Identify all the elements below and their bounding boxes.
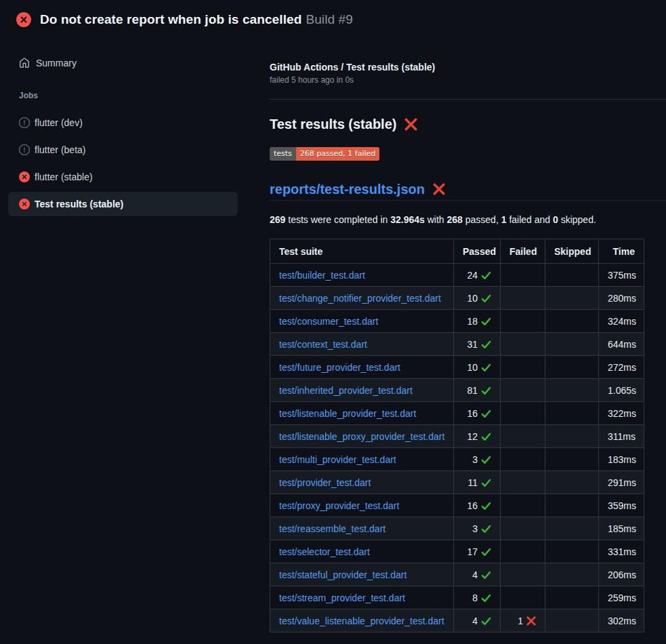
- x-circle-fill-icon: [16, 12, 31, 27]
- check-icon: [478, 270, 491, 281]
- cell-passed: 8: [454, 586, 501, 609]
- table-row: test/provider_test.dart11291ms: [270, 471, 644, 494]
- cell-test-suite: test/provider_test.dart: [270, 471, 454, 494]
- cell-skipped: [545, 609, 599, 632]
- cell-time: 183ms: [599, 448, 644, 471]
- table-row: test/proxy_provider_test.dart16359ms: [270, 494, 644, 517]
- report-heading: reports/test-results.json: [270, 179, 666, 201]
- cell-passed: 10: [454, 287, 501, 310]
- cell-test-suite: test/value_listenable_provider_test.dart: [270, 609, 454, 632]
- test-suite-link[interactable]: test/multi_provider_test.dart: [279, 454, 396, 465]
- cell-skipped: [545, 494, 599, 517]
- table-row: test/context_test.dart31644ms: [270, 333, 644, 356]
- x-circle-fill-icon: [19, 199, 30, 209]
- check-icon: [478, 616, 491, 626]
- cell-passed: 18: [454, 310, 501, 333]
- check-icon: [478, 340, 491, 350]
- stop-icon: [19, 117, 30, 128]
- cell-passed: 3: [454, 517, 501, 540]
- table-row: test/multi_provider_test.dart3183ms: [270, 448, 644, 471]
- sidebar-item-summary[interactable]: Summary: [8, 52, 238, 74]
- test-suite-link[interactable]: test/future_provider_test.dart: [279, 362, 400, 373]
- test-suite-link[interactable]: test/builder_test.dart: [279, 270, 365, 281]
- cell-time: 644ms: [599, 333, 644, 356]
- test-suite-link[interactable]: test/inherited_provider_test.dart: [279, 385, 413, 396]
- cell-test-suite: test/proxy_provider_test.dart: [270, 494, 454, 517]
- passed-count: 4: [472, 569, 478, 580]
- summary-label: Summary: [36, 58, 77, 68]
- cell-time: 185ms: [599, 517, 644, 540]
- sidebar-item-flutter-beta[interactable]: flutter (beta): [8, 138, 238, 162]
- divider: [270, 99, 666, 100]
- cell-failed: [501, 402, 545, 425]
- jobs-list: flutter (dev)flutter (beta)flutter (stab…: [8, 110, 238, 219]
- test-suite-link[interactable]: test/change_notifier_provider_test.dart: [279, 293, 441, 304]
- sidebar-item-test-results-stable[interactable]: Test results (stable): [8, 192, 238, 216]
- check-icon: [478, 432, 491, 442]
- table-row: test/reassemble_test.dart3185ms: [270, 517, 644, 540]
- cell-time: 302ms: [599, 609, 644, 632]
- check-icon: [478, 570, 491, 580]
- cell-time: 359ms: [599, 494, 644, 517]
- test-suite-link[interactable]: test/stream_provider_test.dart: [279, 592, 405, 603]
- test-suite-link[interactable]: test/reassemble_test.dart: [279, 523, 386, 534]
- cell-failed: [501, 356, 545, 379]
- test-suite-link[interactable]: test/value_listenable_provider_test.dart: [279, 616, 444, 626]
- sidebar-item-flutter-stable[interactable]: flutter (stable): [8, 165, 238, 189]
- cell-skipped: [545, 540, 599, 563]
- cell-time: 280ms: [599, 287, 644, 310]
- cell-passed: 17: [454, 540, 501, 563]
- test-suite-link[interactable]: test/stateful_provider_test.dart: [279, 569, 407, 580]
- cell-failed: [501, 310, 545, 333]
- cell-failed: [501, 448, 545, 471]
- check-icon: [478, 317, 491, 327]
- check-icon: [478, 409, 491, 419]
- cell-passed: 81: [454, 379, 501, 402]
- cell-test-suite: test/stream_provider_test.dart: [270, 586, 454, 609]
- check-icon: [478, 524, 491, 534]
- passed-count: 8: [472, 592, 478, 603]
- cell-failed: [501, 287, 545, 310]
- test-suite-link[interactable]: test/selector_test.dart: [279, 546, 370, 557]
- cell-test-suite: test/future_provider_test.dart: [270, 356, 454, 379]
- cell-test-suite: test/selector_test.dart: [270, 540, 454, 563]
- cell-time: 311ms: [599, 425, 644, 448]
- job-label: Test results (stable): [35, 199, 123, 209]
- passed-count: 4: [472, 616, 478, 626]
- test-suite-link[interactable]: test/listenable_provider_test.dart: [279, 408, 416, 419]
- sidebar: Summary Jobs flutter (dev)flutter (beta)…: [0, 39, 264, 644]
- summary-segment: 268: [447, 214, 463, 225]
- cell-test-suite: test/multi_provider_test.dart: [270, 448, 454, 471]
- table-row: test/builder_test.dart24375ms: [270, 264, 644, 287]
- table-row: test/stream_provider_test.dart8259ms: [270, 586, 644, 609]
- cell-failed: [501, 425, 545, 448]
- column-header-time: Time: [599, 239, 644, 264]
- cell-passed: 4: [454, 563, 501, 586]
- sidebar-item-flutter-dev[interactable]: flutter (dev): [8, 110, 238, 135]
- check-icon: [478, 294, 491, 304]
- cell-skipped: [545, 287, 599, 310]
- passed-count: 11: [467, 477, 478, 488]
- test-suite-link[interactable]: test/proxy_provider_test.dart: [279, 500, 399, 511]
- cell-passed: 10: [454, 356, 501, 379]
- cell-passed: 16: [454, 402, 501, 425]
- test-suite-link[interactable]: test/provider_test.dart: [279, 477, 371, 488]
- x-icon: [523, 616, 536, 626]
- test-suite-link[interactable]: test/listenable_proxy_provider_test.dart: [279, 431, 444, 442]
- passed-count: 24: [467, 270, 478, 281]
- cell-time: 291ms: [599, 471, 644, 494]
- cell-test-suite: test/change_notifier_provider_test.dart: [270, 287, 454, 310]
- summary-segment: tests were completed in: [285, 214, 390, 225]
- cell-failed: [501, 333, 545, 356]
- report-link[interactable]: reports/test-results.json: [270, 179, 425, 199]
- cell-passed: 4: [454, 609, 501, 632]
- failed-count: 1: [518, 616, 523, 626]
- test-suite-link[interactable]: test/context_test.dart: [279, 339, 367, 350]
- summary-segment: with: [425, 214, 447, 225]
- run-header: Do not create report when job is cancell…: [0, 0, 666, 39]
- cell-skipped: [545, 264, 599, 287]
- test-suite-link[interactable]: test/consumer_test.dart: [279, 316, 378, 327]
- cell-time: 259ms: [599, 586, 644, 609]
- job-label: flutter (beta): [35, 144, 85, 155]
- tests-badge[interactable]: tests 268 passed, 1 failed: [270, 147, 379, 161]
